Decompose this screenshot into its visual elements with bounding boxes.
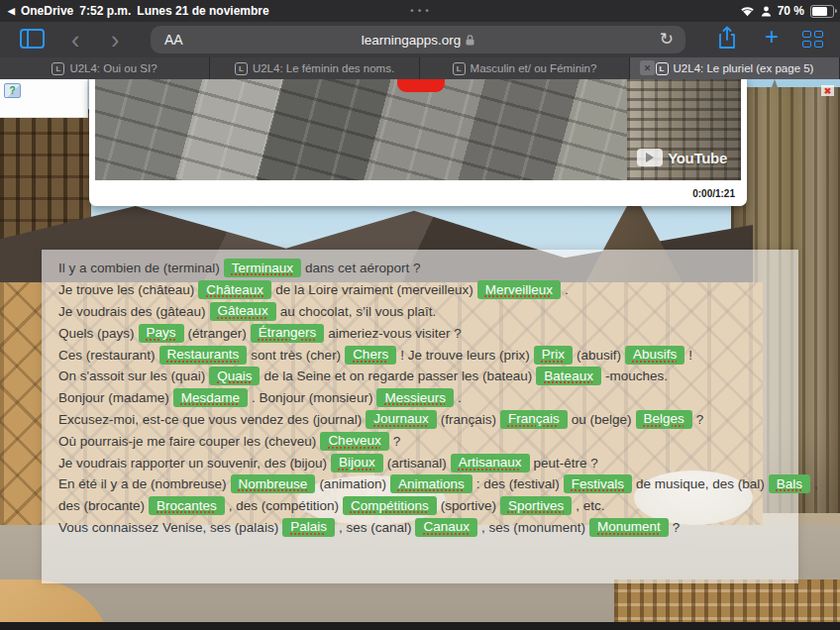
exercise-text: ? — [392, 434, 402, 449]
answer-chip[interactable]: Animations — [390, 474, 472, 493]
answer-chip[interactable]: Artisanaux — [451, 454, 530, 472]
forward-button[interactable]: › — [111, 24, 119, 55]
answer-chip[interactable]: Monument — [589, 518, 669, 537]
answer-chip[interactable]: Palais — [282, 518, 335, 537]
answer-chip[interactable]: Gâteaux — [210, 302, 276, 321]
exercise-text: Où pourrais-je me faire couper les (chev… — [57, 434, 317, 449]
answer-chip[interactable]: Étrangers — [251, 324, 325, 343]
back-button[interactable]: ‹ — [71, 24, 79, 55]
exercise-text: des (brocante) — [57, 498, 146, 513]
answer-chip[interactable]: Abusifs — [625, 346, 684, 365]
exercise-text: (abusif) — [576, 348, 622, 363]
exercise-text: de musique, des (bal) — [635, 476, 766, 491]
answer-chip[interactable]: Prix — [534, 346, 573, 365]
tab-label: U2L4: Oui ou SI? — [69, 62, 157, 74]
exercise-line: Je voudrais rapporter un souvenir, des (… — [57, 452, 798, 473]
exercise-text: -mouches. — [604, 368, 669, 383]
answer-chip[interactable]: Merveilleux — [477, 280, 561, 299]
broken-image-marker-icon: ✖ — [821, 85, 834, 96]
exercise-line: Il y a combien de (terminal)Terminauxdan… — [57, 258, 798, 279]
exercise-text: En été il y a de (nombreuse) — [57, 476, 228, 491]
answer-chip[interactable]: Belges — [636, 410, 692, 429]
answer-chip[interactable]: Brocantes — [149, 496, 225, 515]
battery-icon — [810, 5, 834, 18]
answer-chip[interactable]: Bals — [769, 474, 810, 493]
exercise-text: Vous connaissez Venise, ses (palais) — [57, 520, 279, 535]
answer-chip[interactable]: Quais — [209, 367, 260, 385]
answer-chip[interactable]: Châteaux — [198, 280, 271, 299]
lock-icon — [466, 35, 474, 46]
web-content: ? ✖ YouTube 0:00/1:21 Il y a combien de … — [0, 79, 840, 622]
learningapps-favicon: L — [52, 62, 64, 75]
answer-chip[interactable]: Nombreuse — [231, 474, 316, 493]
sidebar-toggle-button[interactable] — [20, 29, 45, 49]
answer-chip[interactable]: Sportives — [500, 496, 572, 515]
answer-chip[interactable]: Canaux — [415, 518, 477, 537]
exercise-line: Je voudrais des (gâteau)Gâteauxau chocol… — [57, 301, 798, 323]
answer-chip[interactable]: Cheveux — [320, 432, 388, 451]
exercise-text: . — [564, 282, 570, 297]
exercise-line: On s'assoit sur les (quai)Quaisde la Sei… — [57, 366, 798, 387]
exercise-text: ! — [687, 348, 693, 363]
answer-chip[interactable]: Compétitions — [343, 496, 437, 515]
exercise-text: (français) — [440, 412, 497, 427]
exercise-text: ! Je trouve leurs (prix) — [399, 348, 531, 363]
exercise-text: Il y a combien de (terminal) — [57, 261, 221, 275]
exercise-text: (sportive) — [440, 498, 497, 513]
browser-tab-3[interactable]: ✕LU2L4: Le pluriel (ex page 5) — [630, 57, 840, 79]
exercise-text: Je voudrais rapporter un souvenir, des (… — [57, 456, 328, 471]
youtube-logo-text: YouTube — [668, 150, 727, 166]
answer-chip[interactable]: Journaux — [366, 410, 437, 429]
address-bar[interactable]: AA learningapps.org ↻ — [151, 26, 685, 53]
exercise-line: Ces (restaurant)Restaurantssont très (ch… — [57, 344, 798, 366]
answer-chip[interactable]: Bijoux — [331, 454, 383, 472]
url-text[interactable]: learningapps.org — [151, 33, 685, 48]
exercise-text: ? — [695, 412, 705, 427]
answer-chip[interactable]: Festivals — [564, 474, 632, 493]
browser-tab-0[interactable]: LU2L4: Oui ou SI? — [0, 57, 210, 79]
exercise-text: Je voudrais des (gâteau) — [57, 304, 207, 319]
answer-chip[interactable]: Bateaux — [536, 367, 601, 385]
exercise-line: Bonjour (madame)Mesdame. Bonjour (monsie… — [57, 387, 798, 409]
answer-chip[interactable]: Français — [500, 410, 568, 429]
exercise-text: au chocolat, s’il vous plaît. — [279, 304, 438, 319]
exercise-text: Je trouve les (château) — [57, 282, 195, 297]
browser-tab-2[interactable]: LMasculin et/ ou Féminin? — [420, 57, 630, 79]
learningapps-favicon: L — [453, 62, 466, 75]
status-right: 70 % — [740, 0, 834, 22]
battery-percent: 70 % — [778, 4, 804, 18]
exercise-text: (animation) — [318, 476, 387, 491]
answer-chip[interactable]: Chers — [345, 346, 396, 365]
exercise-text: (artisanal) — [386, 456, 448, 471]
exercise-line: des (brocante)Brocantes, des (compétitio… — [57, 495, 798, 517]
tab-overview-icon[interactable] — [802, 31, 824, 49]
youtube-play-button[interactable] — [397, 79, 445, 92]
exercise-line: Où pourrais-je me faire couper les (chev… — [57, 430, 798, 452]
exercise-text: ? — [672, 520, 682, 535]
tab-close-icon[interactable]: ✕ — [640, 60, 655, 75]
exercise-text: Excusez-moi, est-ce que vous vendez des … — [57, 412, 363, 427]
answer-chip[interactable]: Messieurs — [376, 388, 454, 407]
cafe-terrace — [614, 579, 840, 622]
tab-label: Masculin et/ ou Féminin? — [471, 62, 597, 74]
video-card: YouTube 0:00/1:21 — [89, 79, 747, 206]
exercise-text: Quels (pays) — [57, 326, 136, 341]
answer-chip[interactable]: Mesdame — [173, 388, 248, 407]
video-timestamp: 0:00/1:21 — [692, 188, 735, 199]
answer-chip[interactable]: Restaurants — [159, 346, 248, 365]
youtube-watermark[interactable]: YouTube — [637, 149, 727, 166]
multitask-handle[interactable]: • • • — [0, 6, 840, 16]
exercise-line: Quels (pays)Pays(étranger)Étrangersaimer… — [57, 322, 798, 344]
exercise-text: ou (belge) — [571, 412, 633, 427]
browser-tab-1[interactable]: LU2L4: Le féminin des noms. — [210, 57, 420, 79]
youtube-player[interactable]: YouTube — [95, 79, 741, 180]
exercise-text: On s'assoit sur les (quai) — [57, 368, 206, 383]
exercise-text: de la Seine et on regarde passer les (ba… — [262, 368, 533, 383]
answer-chip[interactable]: Terminaux — [224, 259, 301, 277]
share-icon[interactable] — [717, 25, 737, 51]
tab-bar: LU2L4: Oui ou SI?LU2L4: Le féminin des n… — [0, 57, 840, 79]
reload-button[interactable]: ↻ — [660, 29, 674, 50]
answer-chip[interactable]: Pays — [139, 324, 184, 343]
exercise-text: , — [813, 476, 819, 491]
new-tab-button[interactable]: + — [765, 23, 779, 51]
